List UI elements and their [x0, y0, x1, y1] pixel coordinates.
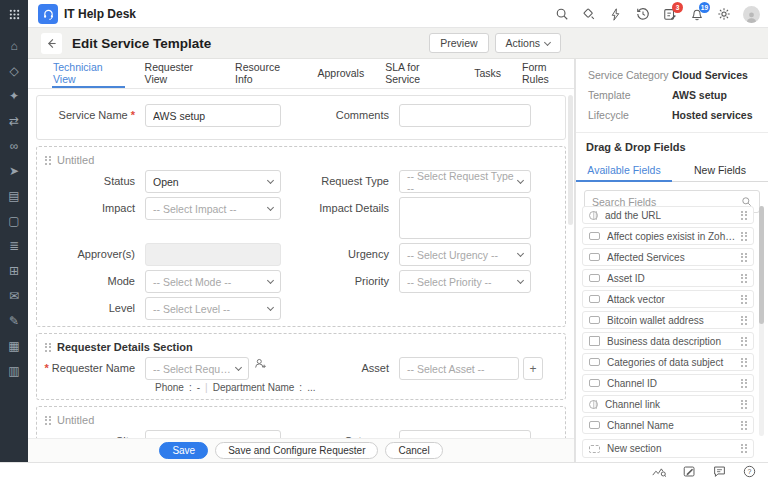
- field-item-attack-vector[interactable]: Attack vector: [582, 290, 754, 308]
- sidebar-item-reports[interactable]: ▥: [0, 358, 28, 383]
- tab-available-fields[interactable]: Available Fields: [576, 159, 672, 182]
- topbar: IT Help Desk 3 19: [0, 0, 768, 28]
- impact-details-textarea[interactable]: [399, 197, 531, 239]
- drag-handle-icon[interactable]: [45, 343, 51, 352]
- comments-input[interactable]: [399, 104, 531, 127]
- urgency-select[interactable]: -- Select Urgency --: [399, 243, 531, 266]
- department-label: Department Name: [213, 382, 295, 393]
- drag-handle-icon[interactable]: [741, 421, 747, 430]
- sidebar-item-requests[interactable]: ◇: [0, 58, 28, 83]
- service-name-input[interactable]: [145, 104, 281, 127]
- tab-new-fields[interactable]: New Fields: [672, 159, 768, 182]
- drag-handle-icon[interactable]: [741, 232, 747, 241]
- drag-handle-icon[interactable]: [741, 400, 747, 409]
- form-section-untitled-2: Untitled Site Not in any site Category -…: [36, 406, 566, 438]
- add-requester-icon[interactable]: [254, 357, 267, 370]
- help-icon[interactable]: ?: [742, 465, 756, 479]
- drag-handle-icon[interactable]: [45, 156, 51, 165]
- lifecycle-label: Lifecycle: [588, 109, 672, 121]
- requester-name-select[interactable]: -- Select Requester Name --: [145, 357, 249, 380]
- back-button[interactable]: [41, 33, 62, 54]
- field-item-channel-link[interactable]: Channel link: [582, 395, 754, 413]
- cancel-button[interactable]: Cancel: [385, 442, 442, 459]
- category-select[interactable]: -- Select Category --: [399, 430, 531, 438]
- level-select[interactable]: -- Select Level --: [145, 297, 281, 320]
- field-item-asset-id[interactable]: Asset ID: [582, 269, 754, 287]
- add-asset-button[interactable]: +: [523, 357, 543, 380]
- page-header: Edit Service Template Preview Actions: [28, 28, 768, 59]
- asset-select[interactable]: -- Select Asset --: [399, 357, 519, 380]
- tab-form-rules[interactable]: Form Rules: [521, 59, 574, 88]
- tab-requester-view[interactable]: Requester View: [144, 59, 215, 88]
- save-and-configure-button[interactable]: Save and Configure Requester: [215, 442, 378, 459]
- new-section-item[interactable]: New section: [582, 439, 754, 458]
- site-select[interactable]: Not in any site: [145, 430, 281, 438]
- sidebar-item-changes[interactable]: ⇄: [0, 108, 28, 133]
- impact-select[interactable]: -- Select Impact --: [145, 197, 281, 220]
- sidebar-item-purchase[interactable]: ⊞: [0, 258, 28, 283]
- sidebar-item-approvals[interactable]: ✦: [0, 83, 28, 108]
- sidebar-item-contracts[interactable]: ✉: [0, 283, 28, 308]
- settings-gear-icon[interactable]: [716, 7, 731, 22]
- sidebar-item-admin[interactable]: ✎: [0, 308, 28, 333]
- sidebar-item-assets[interactable]: ▢: [0, 208, 28, 233]
- apps-grid-icon[interactable]: [0, 0, 28, 28]
- status-select[interactable]: Open: [145, 170, 281, 193]
- sidebar-item-releases[interactable]: ➤: [0, 158, 28, 183]
- section-header[interactable]: Untitled: [37, 151, 565, 170]
- sidebar-item-dashboard[interactable]: ▦: [0, 333, 28, 358]
- sidebar-item-cmdb[interactable]: ≣: [0, 233, 28, 258]
- drag-handle-icon[interactable]: [741, 316, 747, 325]
- insights-icon[interactable]: [652, 465, 666, 479]
- drag-handle-icon[interactable]: [741, 358, 747, 367]
- history-icon[interactable]: [635, 7, 650, 22]
- quick-actions-icon[interactable]: [608, 7, 623, 22]
- form-scrollbar[interactable]: [568, 95, 573, 225]
- request-type-select[interactable]: -- Select Request Type --: [399, 170, 531, 193]
- save-button[interactable]: Save: [159, 442, 208, 459]
- sidebar-item-home[interactable]: ⌂: [0, 33, 28, 58]
- drag-handle-icon[interactable]: [741, 211, 747, 220]
- tab-resource-info[interactable]: Resource Info: [234, 59, 297, 88]
- mode-select[interactable]: -- Select Mode --: [145, 270, 281, 293]
- notifications-icon[interactable]: 19: [689, 7, 704, 22]
- field-item-categories-data-subject[interactable]: Categories of data subject: [582, 353, 754, 371]
- headset-logo-icon[interactable]: [38, 4, 58, 24]
- user-avatar[interactable]: [743, 6, 760, 23]
- level-label: Level: [37, 297, 145, 314]
- tab-tasks[interactable]: Tasks: [473, 59, 502, 88]
- section-header[interactable]: Untitled: [37, 411, 565, 430]
- drag-handle-icon[interactable]: [741, 444, 747, 453]
- preview-button[interactable]: Preview: [429, 33, 488, 53]
- actions-button[interactable]: Actions: [495, 33, 561, 53]
- drag-handle-icon[interactable]: [45, 416, 51, 425]
- priority-select[interactable]: -- Select Priority --: [399, 270, 531, 293]
- field-item-channel-id[interactable]: Channel ID: [582, 374, 754, 392]
- drag-handle-icon[interactable]: [741, 295, 747, 304]
- drag-handle-icon[interactable]: [741, 274, 747, 283]
- field-item-channel-name[interactable]: Channel Name: [582, 416, 754, 434]
- feedback-icon[interactable]: [682, 465, 696, 479]
- sidebar-item-problems[interactable]: ∞: [0, 133, 28, 158]
- whats-new-icon[interactable]: [581, 7, 596, 22]
- template-label: Template: [588, 89, 672, 101]
- drag-handle-icon[interactable]: [741, 253, 747, 262]
- field-item-add-the-url[interactable]: add the URL: [582, 206, 754, 224]
- chat-icon[interactable]: [712, 465, 726, 479]
- tab-sla-for-service[interactable]: SLA for Service: [384, 59, 454, 88]
- tab-approvals[interactable]: Approvals: [316, 59, 365, 88]
- section-header[interactable]: Requester Details Section: [37, 338, 565, 357]
- tab-technician-view[interactable]: Technician View: [52, 59, 125, 88]
- field-item-business-data[interactable]: Business data description: [582, 332, 754, 350]
- fields-tabs: Available Fields New Fields: [576, 159, 768, 182]
- drag-handle-icon[interactable]: [741, 337, 747, 346]
- field-item-affected-services[interactable]: Affected Services: [582, 248, 754, 266]
- drag-handle-icon[interactable]: [741, 379, 747, 388]
- search-icon[interactable]: [554, 7, 569, 22]
- sidebar-item-solutions[interactable]: ▤: [0, 183, 28, 208]
- fields-scrollbar[interactable]: [759, 206, 764, 436]
- release-notes-icon[interactable]: 3: [662, 7, 677, 22]
- field-item-bitcoin-wallet[interactable]: Bitcoin wallet address: [582, 311, 754, 329]
- page-title: Edit Service Template: [72, 28, 211, 59]
- field-item-affect-copies[interactable]: Affect copies exisist in Zoho's Iinfr...: [582, 227, 754, 245]
